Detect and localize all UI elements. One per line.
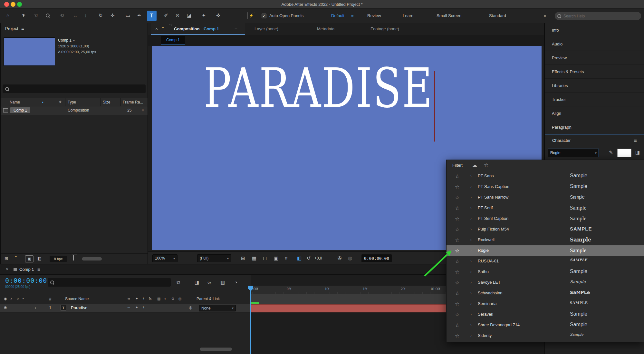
project-comp-name[interactable]: Comp 1 (58, 38, 72, 43)
favorite-star-icon[interactable]: ☆ (455, 322, 459, 328)
workspace-review[interactable]: Review (367, 13, 381, 18)
type-tool-icon[interactable]: T (147, 11, 157, 21)
font-list-item[interactable]: ☆ › Schwachsinn SaMPLe (447, 288, 644, 299)
source-name-column[interactable]: Source Name (65, 297, 89, 301)
composition-tab-label[interactable]: Composition (174, 26, 199, 31)
layer-tab[interactable]: Layer (none) (255, 26, 278, 31)
timeline-tab-label[interactable]: Comp 1 (19, 267, 34, 272)
project-thumbnail[interactable] (4, 37, 55, 66)
rotate-tool-icon[interactable]: ↻ (99, 13, 103, 18)
sort-arrow-icon[interactable]: ▲ (41, 101, 44, 104)
font-list-item[interactable]: ☆ › PT Sans Sample (447, 171, 644, 182)
eraser-tool-icon[interactable]: ◪ (187, 13, 191, 18)
new-composition-icon[interactable]: ▣ (25, 255, 34, 262)
chevron-right-icon[interactable]: › (470, 184, 472, 189)
parent-link-column[interactable]: Parent & Link (197, 297, 220, 301)
comp-chip[interactable]: Comp 1 (161, 36, 185, 44)
chevron-right-icon[interactable]: › (470, 259, 472, 263)
chevron-right-icon[interactable]: › (470, 206, 472, 210)
fill-color-swatch[interactable] (617, 149, 631, 157)
panel-tab-info[interactable]: Info (545, 23, 644, 37)
viewer-menu-icon[interactable]: ≡ (235, 26, 237, 31)
pen-tool-icon[interactable]: ✒ (137, 13, 141, 18)
chevron-right-icon[interactable]: › (470, 174, 472, 178)
close-tab-icon[interactable]: × (155, 26, 158, 31)
footage-tab[interactable]: Footage (none) (370, 26, 399, 31)
column-frame-rate[interactable]: Frame Ra... (123, 100, 143, 104)
frame-blend-icon[interactable]: ▥ (220, 280, 225, 285)
favorite-star-icon[interactable]: ☆ (455, 226, 459, 232)
favorite-star-icon[interactable]: ☆ (455, 258, 459, 264)
layer-name[interactable]: Paradise (71, 305, 87, 310)
font-list-item[interactable]: ☆ › Rockwell Sample (447, 235, 644, 245)
auto-open-panels-checkbox[interactable]: ✓ (262, 14, 266, 18)
timeline-search-input[interactable] (56, 280, 168, 285)
panel-tab-preview[interactable]: Preview (545, 51, 644, 65)
timeline-menu-icon[interactable]: ≡ (37, 267, 40, 272)
brush-tool-icon[interactable]: ✐ (164, 13, 168, 18)
layer-quality-icon[interactable]: \ (143, 306, 144, 309)
quick-panel-icon[interactable]: ⚡ (247, 12, 255, 19)
chevron-right-icon[interactable]: › (470, 238, 472, 242)
favorite-star-icon[interactable]: ☆ (455, 280, 459, 286)
font-list-item[interactable]: ☆ › PT Serif Caption Sample (447, 213, 644, 224)
favorite-star-icon[interactable]: ☆ (455, 194, 459, 201)
font-family-dropdown[interactable]: Rogie ▾ (548, 149, 599, 157)
label-color-column-icon[interactable]: ❖ (59, 100, 62, 104)
interpret-footage-icon[interactable]: ⊞ (5, 256, 8, 261)
draft-3d-icon[interactable]: ◨ (195, 280, 199, 285)
help-search-input[interactable] (563, 14, 639, 18)
font-list-item[interactable]: ☆ › PT Sans Narrow Sample (447, 192, 644, 203)
pixel-aspect-icon[interactable]: ⌗ (285, 256, 287, 261)
shape-tool-icon[interactable]: ▭ (126, 13, 130, 18)
parent-pickwhip-icon[interactable]: ◎ (189, 306, 192, 310)
panel-tab-libraries[interactable]: Libraries (545, 79, 644, 93)
panel-tab-tracker[interactable]: Tracker (545, 93, 644, 106)
favorite-star-icon[interactable]: ☆ (455, 301, 459, 307)
font-list-item[interactable]: ☆ › PT Serif Sample (447, 203, 644, 213)
close-tab-icon[interactable]: × (6, 267, 8, 272)
chevron-right-icon[interactable]: › (470, 270, 472, 274)
font-list-item[interactable]: ☆ › Sidenty Sample (447, 330, 644, 341)
trash-icon[interactable] (73, 255, 74, 260)
font-list-item[interactable]: ☆ › PT Sans Caption Sample (447, 182, 644, 192)
project-bpc[interactable]: 8 bpc (50, 256, 67, 262)
favorite-star-icon[interactable]: ☆ (455, 248, 459, 254)
swap-fill-stroke-icon[interactable]: ◨ (635, 150, 640, 155)
timeline-scrollbar[interactable] (200, 348, 232, 351)
chevron-right-icon[interactable]: › (470, 280, 472, 285)
reset-exposure-icon[interactable]: ↺ (307, 256, 311, 261)
font-list-item[interactable]: ☆ › Shree Devanagari 714 Sample (447, 320, 644, 330)
chevron-right-icon[interactable]: › (470, 323, 472, 327)
column-type[interactable]: Type (68, 100, 76, 104)
chevron-right-icon[interactable]: › (470, 248, 472, 253)
favorite-star-icon[interactable]: ☆ (455, 333, 459, 339)
favorite-star-icon[interactable]: ☆ (455, 216, 459, 222)
dolly-camera-tool-icon[interactable]: ↕ (84, 13, 87, 18)
chevron-right-icon[interactable]: › (470, 216, 472, 221)
layer-expand-chevron-icon[interactable]: › (35, 305, 36, 310)
region-of-interest-icon[interactable]: ▣ (274, 256, 278, 261)
current-timecode[interactable]: 0:00:00:00 (5, 277, 47, 284)
chevron-down-icon[interactable]: ▾ (73, 39, 75, 42)
column-size[interactable]: Size (103, 100, 110, 104)
workspace-overflow-icon[interactable]: » (544, 13, 546, 18)
favorite-star-icon[interactable]: ☆ (455, 184, 459, 190)
layer-shy-icon[interactable]: ∞ (128, 306, 130, 309)
chevron-right-icon[interactable]: › (470, 291, 472, 295)
project-panel-menu-icon[interactable]: ≡ (21, 26, 24, 31)
chevron-right-icon[interactable]: › (470, 227, 472, 231)
composition-mini-flowchart-icon[interactable]: ⧉ (177, 280, 180, 285)
grid-guides-icon[interactable]: ⊞ (241, 256, 245, 261)
hand-tool-icon[interactable]: ☜ (34, 13, 38, 18)
workspace-default[interactable]: Default (331, 13, 344, 18)
panel-tab-effects-presets[interactable]: Effects & Presets (545, 65, 644, 79)
font-list-item[interactable]: ☆ › Seminaria SAMPLE (447, 299, 644, 309)
adobe-fonts-filter-icon[interactable]: ☁ (472, 162, 477, 167)
resolution-dropdown[interactable]: (Full) ▾ (197, 254, 231, 262)
show-snapshot-icon[interactable]: ◍ (348, 256, 352, 261)
font-list-item[interactable]: ☆ › Savoye LET Sample (447, 277, 644, 288)
pan-camera-tool-icon[interactable]: ↔ (73, 13, 78, 18)
font-list-item-selected[interactable]: ☆ › Rogie Sample (447, 245, 644, 256)
clone-stamp-tool-icon[interactable]: ⊙ (176, 13, 180, 18)
